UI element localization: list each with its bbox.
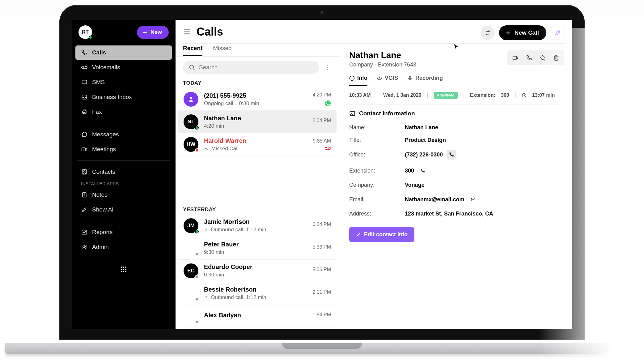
call-item[interactable]: EC Eduardo Cooper 0:30 min 5:06 PM [178, 260, 337, 282]
edit-contact-label: Edit contact info [364, 231, 408, 238]
sidebar-item-meetings[interactable]: Meetings [75, 142, 172, 156]
meta-ext-value: 300 [501, 92, 509, 98]
rocket-icon [81, 206, 88, 213]
detail-tab-info[interactable]: Info [349, 75, 367, 86]
call-office-icon[interactable] [447, 150, 456, 160]
call-subtitle: Ongoing call... 0:30 min [204, 100, 307, 107]
video-icon[interactable] [510, 52, 521, 63]
sidebar-item-business-inbox[interactable]: Business Inbox [75, 90, 172, 104]
call-item[interactable]: HW Harold Warren Missed Call 9:35 AM [178, 133, 337, 156]
detail-pane: Nathan Lane Company - Extension 7643 [339, 44, 572, 329]
user-initials: RT [82, 29, 88, 35]
svg-point-44 [379, 77, 380, 79]
trash-icon[interactable] [551, 52, 562, 63]
sidebar-item-reports[interactable]: Reports [75, 225, 172, 239]
hamburger-menu-icon[interactable] [183, 28, 191, 36]
reports-icon [81, 229, 88, 236]
edit-contact-button[interactable]: Edit contact info [349, 227, 414, 242]
star-icon[interactable] [537, 52, 548, 63]
sidebar-item-label: Reports [92, 229, 113, 236]
call-title: Eduardo Cooper [204, 263, 307, 271]
call-item[interactable]: Bessie Robertson Outbound call, 1:12 min… [178, 282, 337, 305]
call-item[interactable]: Peter Bauer 9:30 min 5:33 PM [178, 237, 337, 260]
laptop-notch [282, 343, 362, 349]
sidebar-item-notes[interactable]: Notes [75, 188, 172, 202]
sidebar-item-label: Contacts [92, 169, 115, 175]
svg-point-37 [329, 147, 331, 150]
laptop-mockup: RT ＋ New Calls Voicemai [52, 5, 592, 340]
svg-point-22 [125, 269, 126, 270]
new-call-label: New Call [515, 29, 539, 36]
field-extension: Extension:300 [349, 163, 564, 179]
call-item[interactable]: JM Jamie Morrison Outbound call, 1:12 mi… [178, 215, 337, 237]
call-extension-icon[interactable] [418, 166, 428, 176]
field-office: Office:(732) 226-0300 [349, 147, 564, 163]
contact-name: Nathan Lane [349, 50, 507, 60]
call-side-icon [325, 146, 331, 151]
search-icon [189, 64, 195, 71]
new-button[interactable]: ＋ New [137, 26, 169, 39]
svg-rect-3 [82, 80, 87, 84]
email-icon[interactable] [468, 194, 478, 204]
transfer-icon[interactable] [481, 26, 495, 40]
svg-point-43 [352, 77, 352, 77]
sidebar-item-calls[interactable]: Calls [75, 45, 172, 60]
tab-recent[interactable]: Recent [183, 45, 202, 56]
sms-icon [81, 79, 88, 86]
svg-point-33 [327, 103, 329, 104]
call-title: (201) 555-9925 [204, 92, 307, 99]
call-subtitle: 4:20 min [204, 123, 307, 129]
field-address: Address:123 market St, San Francisco, CA [349, 207, 564, 220]
sidebar-item-admin[interactable]: Admin [75, 240, 172, 254]
new-call-button[interactable]: ＋ New Call [499, 25, 546, 40]
user-avatar[interactable]: RT [78, 25, 92, 39]
svg-point-17 [121, 267, 122, 268]
call-title: Harold Warren [204, 137, 307, 144]
svg-rect-6 [84, 113, 85, 114]
call-item[interactable]: (201) 555-9925 Ongoing call... 0:30 min … [178, 88, 337, 111]
contact-card-icon [349, 110, 355, 117]
call-item[interactable]: NL Nathan Lane 4:20 min 2:04 PM [178, 111, 337, 133]
search-bar[interactable] [183, 61, 319, 74]
sidebar-item-contacts[interactable]: Contacts [75, 165, 172, 179]
detail-tab-vgis[interactable]: VGIS [377, 75, 398, 86]
tab-missed[interactable]: Missed [213, 45, 231, 56]
mouse-cursor-icon [453, 44, 459, 50]
sidebar: RT ＋ New Calls Voicemai [72, 20, 176, 329]
sidebar-item-fax[interactable]: Fax [75, 105, 172, 119]
svg-point-1 [85, 66, 87, 68]
detail-actions [507, 50, 564, 65]
search-input[interactable] [199, 64, 314, 71]
pencil-icon [356, 232, 361, 237]
more-options-icon[interactable]: ⋮ [324, 62, 332, 72]
call-meta-row: 10:33 AM · Wed, 1 Jan 2020 | Answered | … [349, 86, 564, 105]
svg-point-29 [558, 32, 559, 32]
svg-point-16 [85, 246, 87, 247]
contact-info-header: Contact Information [349, 110, 564, 117]
svg-rect-39 [513, 56, 517, 59]
sidebar-item-showall[interactable]: Show All [75, 203, 172, 217]
new-button-label: New [150, 29, 162, 36]
group-yesterday: YESTERDAY [176, 203, 339, 215]
svg-marker-40 [540, 55, 545, 60]
fax-icon [81, 109, 88, 115]
notes-icon [81, 191, 88, 198]
detail-tab-recording[interactable]: Recording [407, 75, 443, 86]
call-subtitle: Outbound call, 1:12 min [204, 227, 307, 233]
call-icon[interactable] [523, 52, 535, 63]
svg-point-20 [121, 269, 122, 270]
sidebar-item-sms[interactable]: SMS [75, 75, 172, 89]
laptop-camera [320, 11, 324, 14]
rocket-launch-icon[interactable] [551, 26, 565, 40]
sidebar-item-messages[interactable]: Messages [75, 127, 172, 142]
svg-point-19 [125, 267, 126, 268]
main-area: Calls ＋ New Call [176, 20, 572, 329]
call-time: 2:04 PM [312, 118, 331, 123]
sidebar-item-voicemails[interactable]: Voicemails [75, 60, 172, 75]
calls-column: Recent Missed ⋮ TODAY [176, 44, 339, 329]
call-item[interactable]: Alex Badyan 1:54 PM [178, 305, 337, 327]
svg-point-25 [125, 271, 126, 272]
meetings-icon [81, 146, 88, 153]
app-screen: RT ＋ New Calls Voicemai [72, 20, 572, 329]
dialpad-icon[interactable] [117, 263, 130, 275]
